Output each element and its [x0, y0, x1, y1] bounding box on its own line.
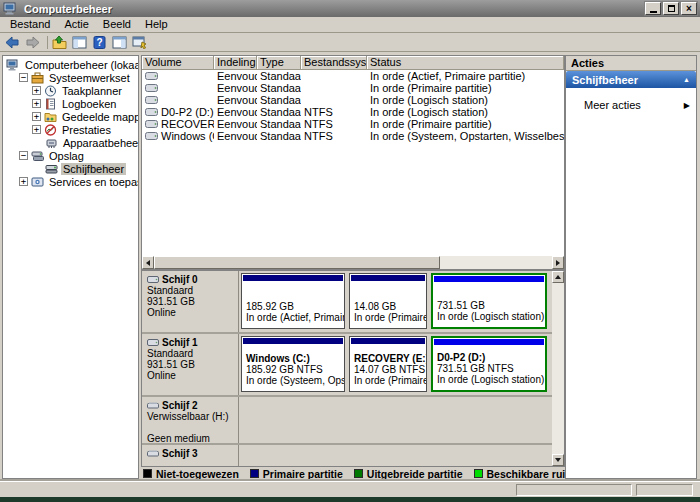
- disk-label[interactable]: Schijf 3: [142, 445, 239, 466]
- partition[interactable]: Windows (C:)185.92 GB NTFSIn orde (Syste…: [241, 336, 345, 392]
- forward-button[interactable]: [24, 34, 44, 51]
- back-button[interactable]: [4, 34, 24, 51]
- show-action-pane-button[interactable]: [111, 34, 131, 51]
- volume-row[interactable]: RECOVERY (E:)EenvoudigStandaardNTFSIn or…: [142, 118, 564, 130]
- disk-label[interactable]: Schijf 1Standaard931.51 GBOnline: [142, 334, 239, 395]
- expander-plus-icon[interactable]: +: [32, 112, 41, 121]
- show-action-pane-icon: [112, 36, 127, 49]
- disk-label[interactable]: Schijf 0Standaard931.51 GBOnline: [142, 271, 239, 332]
- vertical-scrollbar[interactable]: [552, 271, 564, 466]
- tree-item-taakplanner[interactable]: +Taakplanner: [3, 84, 138, 97]
- partition-size: 14.08 GB: [354, 301, 427, 312]
- tree-item-systeemwerkset[interactable]: −Systeemwerkset: [3, 71, 138, 84]
- volume-icon: [145, 108, 158, 116]
- partition[interactable]: 14.08 GBIn orde (Primaire parti: [349, 273, 427, 329]
- submenu-arrow-icon: ▶: [684, 101, 690, 110]
- expander-plus-icon[interactable]: +: [19, 177, 28, 186]
- partition-type-bar: [351, 338, 425, 344]
- partition-area: 185.92 GBIn orde (Actief, Primaire part1…: [239, 271, 552, 332]
- help-icon: ?: [92, 36, 107, 49]
- volume-row[interactable]: Windows (C:)EenvoudigStandaardNTFSIn ord…: [142, 130, 564, 142]
- actions-section-schijfbeheer[interactable]: Schijfbeheer ▲: [566, 71, 696, 88]
- menu-item-beeld[interactable]: Beeld: [96, 17, 138, 32]
- scroll-left-button[interactable]: [142, 256, 154, 269]
- toolbar: ?: [0, 33, 700, 52]
- minimize-button[interactable]: [645, 2, 661, 15]
- scroll-right-button[interactable]: [552, 256, 564, 269]
- tree-item-logboeken[interactable]: +Logboeken: [3, 97, 138, 110]
- scrollbar-thumb[interactable]: [154, 256, 440, 269]
- legend-color-swatch: [143, 469, 152, 478]
- show-console-tree-button[interactable]: [71, 34, 91, 51]
- removable-drive-icon: [147, 450, 159, 457]
- computer-management-window: Computerbeheer × BestandActieBeeldHelp ?…: [0, 0, 700, 497]
- legend-item-primaire-partitie: Primaire partitie: [250, 468, 343, 480]
- expander-plus-icon[interactable]: +: [32, 86, 41, 95]
- disk-detail: Geen medium: [147, 433, 236, 443]
- tree-item-label: Gedeelde mappen: [60, 111, 139, 123]
- collapse-icon[interactable]: ▲: [683, 76, 690, 83]
- partition-logical-drive[interactable]: 731.51 GBIn orde (Logisch station): [431, 273, 547, 329]
- volume-name-cell: RECOVERY (E:): [142, 118, 214, 130]
- more-actions-item[interactable]: Meer acties ▶: [566, 88, 696, 111]
- partition[interactable]: RECOVERY (E:)14.07 GB NTFSIn orde (Prima…: [349, 336, 427, 392]
- expander-minus-icon[interactable]: −: [19, 151, 28, 160]
- up-one-level-button[interactable]: [51, 34, 71, 51]
- expander-minus-icon[interactable]: −: [19, 73, 28, 82]
- volume-type-cell: Standaard: [257, 94, 301, 106]
- volume-status-cell: In orde (Primaire partitie): [367, 118, 564, 130]
- column-header-type[interactable]: Type: [257, 56, 301, 70]
- volume-layout-cell: Eenvoudig: [214, 94, 257, 106]
- menu-bar: BestandActieBeeldHelp: [0, 17, 700, 33]
- tree-item-services-en-toepassingen[interactable]: +Services en toepassingen: [3, 175, 138, 188]
- tree-item-prestaties[interactable]: +Prestaties: [3, 123, 138, 136]
- partition-logical-drive[interactable]: D0-P2 (D:)731.51 GB NTFSIn orde (Logisch…: [431, 336, 547, 392]
- console-window-icon: [132, 36, 147, 49]
- computer-icon: [6, 59, 20, 71]
- disk-drive-icon: [147, 339, 159, 346]
- maximize-button[interactable]: [663, 2, 679, 15]
- scrollbar-track[interactable]: [440, 256, 552, 269]
- column-header-bestandssysteem[interactable]: Bestandssysteem: [301, 56, 367, 70]
- disk-detail: [147, 422, 236, 433]
- scrollbar-track[interactable]: [552, 283, 564, 454]
- volume-type-cell: Standaard: [257, 70, 301, 82]
- actions-pane: Acties Schijfbeheer ▲ Meer acties ▶: [565, 55, 697, 479]
- menu-item-bestand[interactable]: Bestand: [3, 17, 57, 32]
- tree-item-gedeelde-mappen[interactable]: +Gedeelde mappen: [3, 110, 138, 123]
- tree-item-schijfbeheer[interactable]: Schijfbeheer: [3, 162, 138, 175]
- volume-icon: [145, 96, 158, 104]
- volume-row[interactable]: EenvoudigStandaardIn orde (Logisch stati…: [142, 94, 564, 106]
- menu-item-actie[interactable]: Actie: [57, 17, 95, 32]
- expander-plus-icon[interactable]: +: [32, 125, 41, 134]
- tree-item-apparaatbeheer[interactable]: Apparaatbeheer: [3, 136, 138, 149]
- partition-type-bar: [243, 275, 343, 281]
- disk-detail: Standaard: [147, 348, 236, 359]
- partition[interactable]: 185.92 GBIn orde (Actief, Primaire part: [241, 273, 345, 329]
- horizontal-scrollbar[interactable]: [142, 256, 564, 269]
- volume-row[interactable]: D0-P2 (D:)EenvoudigStandaardNTFSIn orde …: [142, 106, 564, 118]
- volume-row[interactable]: EenvoudigStandaardIn orde (Actief, Prima…: [142, 70, 564, 82]
- column-header-status[interactable]: Status: [367, 56, 564, 70]
- scroll-up-button[interactable]: [552, 271, 564, 283]
- toolbox-icon: [31, 72, 44, 84]
- scroll-down-button[interactable]: [552, 454, 564, 466]
- column-header-volume[interactable]: Volume: [142, 56, 214, 70]
- help-button[interactable]: ?: [91, 34, 111, 51]
- disk-label[interactable]: Schijf 2Verwisselbaar (H:) Geen medium: [142, 397, 239, 443]
- disk-detail: Standaard: [147, 285, 236, 296]
- volume-status-cell: In orde (Systeem, Opstarten, Wisselbesta…: [367, 130, 564, 142]
- partition-status: In orde (Systeem, Opstarter: [246, 375, 345, 386]
- column-header-indeling[interactable]: Indeling: [214, 56, 257, 70]
- disk-name: Schijf 3: [162, 448, 198, 459]
- partition-title: RECOVERY (E:): [354, 353, 427, 364]
- menu-item-help[interactable]: Help: [138, 17, 175, 32]
- tree-item-opslag[interactable]: −Opslag: [3, 149, 138, 162]
- volume-icon: [145, 84, 158, 92]
- tree-item-computerbeheer-lokaal[interactable]: Computerbeheer (lokaal): [3, 58, 138, 71]
- volume-row[interactable]: EenvoudigStandaardIn orde (Primaire part…: [142, 82, 564, 94]
- volume-status-cell: In orde (Logisch station): [367, 94, 564, 106]
- console-window-button[interactable]: [131, 34, 151, 51]
- close-button[interactable]: ×: [681, 2, 697, 15]
- expander-plus-icon[interactable]: +: [32, 99, 41, 108]
